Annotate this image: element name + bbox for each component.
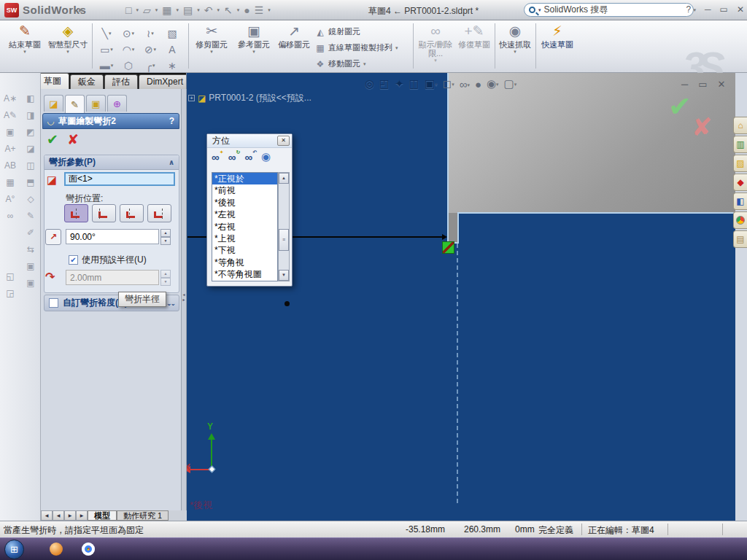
sketch-line-endpoint[interactable]: [442, 234, 447, 240]
right-view-icon[interactable]: ◩: [26, 127, 34, 137]
slot-tool-button[interactable]: ▬▾: [96, 58, 117, 73]
view-isometric[interactable]: *等角視: [212, 257, 277, 268]
pm-help-icon[interactable]: ?: [169, 116, 174, 126]
bend-centerline-button[interactable]: [64, 204, 88, 222]
explode-block-icon[interactable]: A°: [6, 194, 15, 204]
reverse-direction-button[interactable]: ↗: [45, 229, 61, 245]
view-settings-icon[interactable]: ▢▾: [504, 77, 517, 90]
convert-entities-button[interactable]: ▣ 參考圖元▾: [233, 23, 274, 71]
display-style-icon[interactable]: ◻▾: [443, 77, 454, 90]
rapid-sketch-button[interactable]: ⚡ 快速草圖: [538, 23, 576, 71]
minimize-button[interactable]: ─: [705, 4, 711, 15]
centerline-dashed[interactable]: [457, 244, 458, 503]
restore-button[interactable]: ▭: [720, 4, 728, 15]
part-edge-horizontal[interactable]: [457, 212, 735, 214]
belt-chain-icon[interactable]: ∞: [7, 211, 14, 221]
rectangle-tool-button[interactable]: ▭▾: [96, 42, 117, 57]
mirror-entities-button[interactable]: ◭ 鏡射圖元: [315, 26, 360, 37]
update-standard-views-icon[interactable]: ∞↻: [228, 151, 236, 163]
edit-appearance-icon[interactable]: ●: [475, 78, 481, 90]
propertymanager-tab[interactable]: ✎: [65, 95, 85, 113]
create-sketch-icon[interactable]: ✎: [27, 211, 34, 221]
taskpane-resources-button[interactable]: ⌂: [733, 117, 747, 134]
front-view-icon[interactable]: ◧: [26, 93, 34, 104]
view-top[interactable]: *上視: [212, 233, 277, 244]
taskpane-toolbox-button[interactable]: ◆: [733, 174, 747, 191]
new-document-icon[interactable]: □: [125, 4, 131, 16]
collapse-chevron-icon[interactable]: ∧: [169, 158, 174, 166]
selection-box-tool-button[interactable]: ▧: [162, 26, 182, 41]
tool-icon[interactable]: ◲: [6, 288, 14, 298]
tab-scroll-first-icon[interactable]: ◀: [41, 510, 53, 521]
reset-standard-views-icon[interactable]: ∞↶: [244, 151, 252, 163]
orientation-scrollbar[interactable]: ▲ ≡ ▼: [278, 172, 290, 281]
taskpane-custom-properties-button[interactable]: ▤: [733, 230, 747, 248]
tree-expand-icon[interactable]: +: [188, 95, 195, 101]
part-edge-step[interactable]: [457, 213, 459, 244]
tab-scroll-right-icon[interactable]: ▶: [64, 510, 76, 521]
bottom-view-icon[interactable]: ◫: [26, 160, 34, 171]
apply-scene-icon[interactable]: ◉▾: [487, 77, 499, 90]
zoom-to-fit-icon[interactable]: ◎: [365, 77, 374, 90]
smart-dimension-button[interactable]: ◈ 智慧型尺寸▾: [47, 23, 89, 71]
use-default-radius-checkbox[interactable]: ✔: [69, 255, 78, 265]
add-remove-block-icon[interactable]: A+: [4, 144, 15, 154]
linear-sketch-pattern-button[interactable]: ▦ 直線草圖複製排列▾: [315, 42, 398, 53]
chevron-down-icon[interactable]: ▾: [217, 7, 220, 13]
hide-show-items-icon[interactable]: ∞▾: [460, 78, 470, 90]
featuremanager-tree-tab[interactable]: ◪: [44, 95, 63, 112]
spline-tool-button[interactable]: ≀▾: [140, 26, 160, 41]
taskpane-view-palette-button[interactable]: ◧: [733, 192, 747, 210]
taskpane-appearances-button[interactable]: [733, 211, 747, 229]
tab-scroll-last-icon[interactable]: ▶: [76, 510, 88, 521]
orientation-close-button[interactable]: ✕: [277, 136, 290, 146]
chevron-down-icon[interactable]: ▾: [237, 7, 240, 13]
repair-sketch-button[interactable]: +✎ 修復草圖: [457, 23, 492, 71]
confirmation-ok-icon[interactable]: ✔: [668, 90, 692, 122]
tab-scroll-left-icon[interactable]: ◀: [53, 510, 64, 521]
pm-ok-button[interactable]: ✔: [47, 131, 58, 148]
bend-outside-button[interactable]: [147, 204, 171, 222]
cut-icon[interactable]: ▣: [26, 278, 34, 288]
view-bottom[interactable]: *下視: [212, 244, 277, 256]
view-back[interactable]: *後視: [212, 197, 277, 209]
close-button[interactable]: ✕: [737, 4, 744, 15]
chevron-down-icon[interactable]: ▾: [197, 7, 200, 13]
dimxpert-tab[interactable]: ⊕: [107, 95, 127, 112]
material-outside-button[interactable]: [120, 204, 144, 222]
taskpane-design-library-button[interactable]: ▥: [733, 136, 747, 153]
spin-down-icon[interactable]: ▼: [160, 278, 171, 286]
view-left[interactable]: *左視: [212, 209, 277, 220]
align-sketch-icon[interactable]: ⇆: [27, 244, 34, 254]
pm-cancel-button[interactable]: ✘: [67, 131, 79, 148]
new-view-icon[interactable]: ∞✦: [212, 151, 220, 163]
rebuild-block-icon[interactable]: AB: [4, 160, 16, 171]
chevron-down-icon[interactable]: ▾: [155, 7, 158, 13]
pin-icon[interactable]: ◉: [261, 150, 271, 163]
material-inside-button[interactable]: [92, 204, 116, 222]
scroll-down-icon[interactable]: ▼: [279, 270, 289, 281]
confirmation-cancel-icon[interactable]: ✘: [692, 112, 713, 141]
rebuild-icon[interactable]: ●: [244, 4, 249, 16]
motion-study-tab[interactable]: 動作研究 1: [117, 510, 169, 521]
trim-entities-button[interactable]: ✂ 修剪圖元▾: [191, 23, 232, 71]
view-front[interactable]: *前視: [212, 184, 277, 196]
doc-minimize-icon[interactable]: ─: [681, 79, 688, 90]
edit-block-icon[interactable]: A✎: [4, 110, 17, 120]
circle-tool-button[interactable]: ⊙▾: [118, 26, 139, 41]
bend-parameters-header[interactable]: 彎折參數(P) ∧: [44, 155, 179, 170]
tree-part-label[interactable]: PRT0001-2 (預設<<預設...: [209, 92, 311, 104]
make-block-icon[interactable]: A∗: [4, 93, 17, 104]
bend-angle-field[interactable]: 90.00°: [66, 229, 159, 244]
back-view-icon[interactable]: ⬒: [26, 177, 34, 187]
select-cursor-icon[interactable]: ↖: [224, 4, 233, 16]
chevron-down-icon[interactable]: ▾: [177, 7, 179, 13]
search-box[interactable]: ▾ SolidWorks 搜尋: [524, 3, 694, 17]
zoom-to-area-icon[interactable]: ◰: [379, 77, 390, 90]
point-tool-button[interactable]: ∗: [162, 58, 182, 73]
expand-chevron-icon[interactable]: ⌄⌄: [166, 300, 174, 307]
arc-tool-button[interactable]: ◠▾: [118, 42, 139, 57]
ellipse-tool-button[interactable]: ⊘▾: [140, 42, 160, 57]
part-face-gray[interactable]: [449, 73, 735, 213]
section-view-icon[interactable]: ◫: [409, 77, 419, 90]
